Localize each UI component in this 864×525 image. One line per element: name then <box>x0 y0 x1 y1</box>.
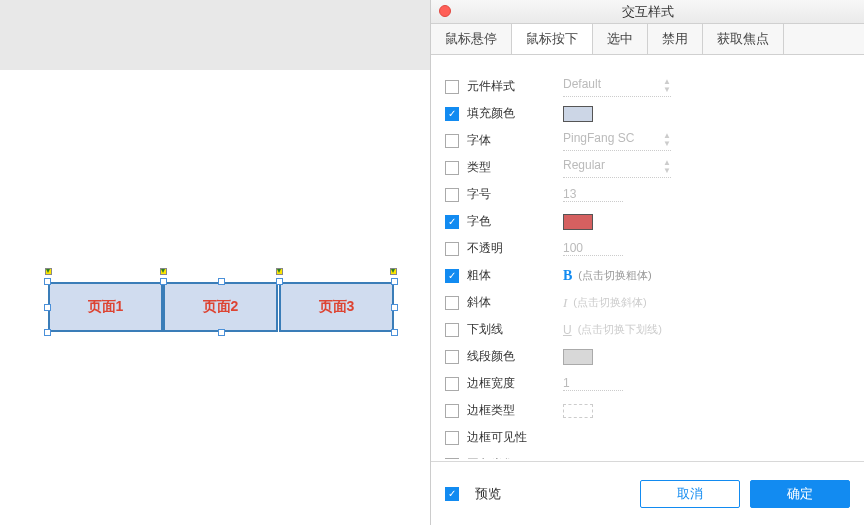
chevron-updown-icon: ▲▼ <box>663 159 671 175</box>
resize-handle-bl[interactable] <box>44 329 51 336</box>
value-input[interactable]: 100 <box>563 241 623 256</box>
property-checkbox[interactable] <box>445 323 459 337</box>
resize-handle-tr[interactable] <box>391 278 398 285</box>
selected-widget-group[interactable]: 页面1 页面2 页面3 <box>48 282 394 332</box>
resize-handle-tl[interactable] <box>44 278 51 285</box>
property-row: 不透明100 <box>431 235 864 262</box>
resize-handle-bm[interactable] <box>218 329 225 336</box>
property-label: 下划线 <box>467 321 563 338</box>
interaction-style-dialog: 交互样式 鼠标悬停鼠标按下选中禁用获取焦点 元件样式Default▲▼填充颜色字… <box>430 0 864 525</box>
property-checkbox[interactable] <box>445 215 459 229</box>
color-swatch[interactable] <box>563 349 593 365</box>
widget-cell-2[interactable]: 页面3 <box>279 282 394 332</box>
property-row: 边框可见性 <box>431 424 864 451</box>
property-control[interactable]: 1 <box>563 376 850 391</box>
property-row: 填充颜色 <box>431 100 864 127</box>
canvas-background-top <box>0 0 430 70</box>
property-checkbox[interactable] <box>445 458 459 460</box>
border-style-sample[interactable] <box>563 404 593 418</box>
property-checkbox[interactable] <box>445 350 459 364</box>
connector-marker[interactable] <box>390 268 397 275</box>
preview-label: 预览 <box>475 485 501 503</box>
property-control[interactable]: B(点击切换粗体) <box>563 268 850 284</box>
property-control[interactable]: U(点击切换下划线) <box>563 322 850 337</box>
resize-handle-mid[interactable] <box>160 278 167 285</box>
ok-button[interactable]: 确定 <box>750 480 850 508</box>
connector-marker[interactable] <box>160 268 167 275</box>
checkbox-icon[interactable] <box>445 487 459 501</box>
close-icon[interactable] <box>439 5 451 17</box>
property-row: 粗体B(点击切换粗体) <box>431 262 864 289</box>
tab-1[interactable]: 鼠标按下 <box>512 24 593 54</box>
resize-handle-tm[interactable] <box>218 278 225 285</box>
property-label: 填充颜色 <box>467 105 563 122</box>
property-label: 斜体 <box>467 294 563 311</box>
resize-handle-br[interactable] <box>391 329 398 336</box>
hint-text: (点击切换下划线) <box>578 322 662 337</box>
property-label: 字号 <box>467 186 563 203</box>
property-checkbox[interactable] <box>445 161 459 175</box>
resize-handle-mid[interactable] <box>276 278 283 285</box>
property-control[interactable]: 100 <box>563 241 850 256</box>
property-control[interactable]: 13 <box>563 187 850 202</box>
preview-checkbox[interactable]: 预览 <box>445 485 501 503</box>
tab-2[interactable]: 选中 <box>593 24 648 54</box>
property-row: 线段颜色 <box>431 343 864 370</box>
dialog-footer: 预览 取消 确定 <box>431 461 864 525</box>
property-checkbox[interactable] <box>445 377 459 391</box>
tab-spacer <box>784 24 864 54</box>
property-control[interactable] <box>563 404 850 418</box>
property-control[interactable] <box>563 106 850 122</box>
property-checkbox[interactable] <box>445 134 459 148</box>
property-row: 圆角半径 <box>431 451 864 459</box>
hint-text: (点击切换粗体) <box>578 268 651 283</box>
property-checkbox[interactable] <box>445 296 459 310</box>
italic-icon[interactable]: I <box>563 295 567 311</box>
dialog-titlebar[interactable]: 交互样式 <box>431 0 864 24</box>
property-row: 下划线U(点击切换下划线) <box>431 316 864 343</box>
properties-panel[interactable]: 元件样式Default▲▼填充颜色字体PingFang SC▲▼类型Regula… <box>431 55 864 459</box>
property-label: 边框宽度 <box>467 375 563 392</box>
widget-cell-1[interactable]: 页面2 <box>163 282 278 332</box>
tab-4[interactable]: 获取焦点 <box>703 24 784 54</box>
property-checkbox[interactable] <box>445 107 459 121</box>
property-checkbox[interactable] <box>445 80 459 94</box>
property-checkbox[interactable] <box>445 404 459 418</box>
property-checkbox[interactable] <box>445 431 459 445</box>
property-checkbox[interactable] <box>445 188 459 202</box>
property-control[interactable] <box>563 349 850 365</box>
property-control[interactable]: Regular▲▼ <box>563 158 850 178</box>
property-row: 类型Regular▲▼ <box>431 154 864 181</box>
select-control[interactable]: Regular▲▼ <box>563 158 671 178</box>
bold-icon[interactable]: B <box>563 268 572 284</box>
cancel-button[interactable]: 取消 <box>640 480 740 508</box>
property-control[interactable] <box>563 214 850 230</box>
property-label: 不透明 <box>467 240 563 257</box>
canvas-area[interactable]: 页面1 页面2 页面3 <box>0 0 430 525</box>
color-swatch[interactable] <box>563 106 593 122</box>
tab-0[interactable]: 鼠标悬停 <box>431 24 512 54</box>
connector-marker[interactable] <box>276 268 283 275</box>
property-control[interactable]: I(点击切换斜体) <box>563 295 850 311</box>
property-label: 圆角半径 <box>467 456 563 459</box>
resize-handle-lm[interactable] <box>44 304 51 311</box>
underline-icon[interactable]: U <box>563 323 572 337</box>
select-control[interactable]: Default▲▼ <box>563 77 671 97</box>
property-checkbox[interactable] <box>445 269 459 283</box>
connector-marker[interactable] <box>45 268 52 275</box>
select-control[interactable]: PingFang SC▲▼ <box>563 131 671 151</box>
widget-cell-0[interactable]: 页面1 <box>48 282 163 332</box>
property-label: 类型 <box>467 159 563 176</box>
property-control[interactable]: Default▲▼ <box>563 77 850 97</box>
property-label: 边框可见性 <box>467 429 563 446</box>
property-label: 字色 <box>467 213 563 230</box>
property-row: 字号13 <box>431 181 864 208</box>
value-input[interactable]: 13 <box>563 187 623 202</box>
resize-handle-rm[interactable] <box>391 304 398 311</box>
property-row: 边框类型 <box>431 397 864 424</box>
tab-3[interactable]: 禁用 <box>648 24 703 54</box>
color-swatch[interactable] <box>563 214 593 230</box>
property-control[interactable]: PingFang SC▲▼ <box>563 131 850 151</box>
property-checkbox[interactable] <box>445 242 459 256</box>
value-input[interactable]: 1 <box>563 376 623 391</box>
